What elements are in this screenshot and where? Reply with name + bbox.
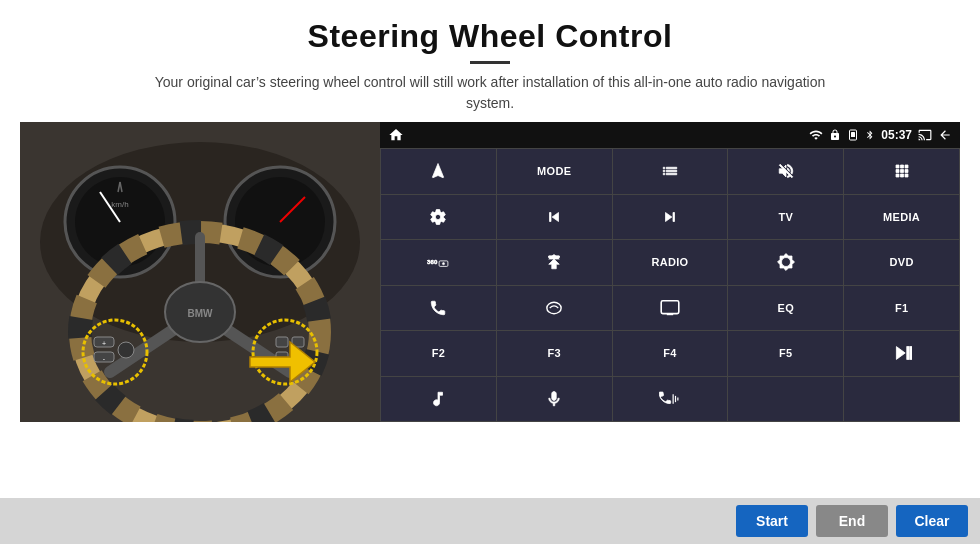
wifi-icon	[809, 128, 823, 142]
subtitle: Your original car’s steering wheel contr…	[140, 72, 840, 114]
cast-icon	[918, 128, 932, 142]
btn-f2[interactable]: F2	[381, 331, 496, 376]
svg-text:km/h: km/h	[111, 200, 128, 209]
btn-playpause[interactable]	[844, 331, 959, 376]
btn-dvd[interactable]: DVD	[844, 240, 959, 285]
end-button[interactable]: End	[816, 505, 888, 537]
svg-text:+: +	[102, 340, 106, 347]
start-button[interactable]: Start	[736, 505, 808, 537]
time-display: 05:37	[881, 128, 912, 142]
svg-rect-39	[910, 347, 912, 360]
btn-f4[interactable]: F4	[613, 331, 728, 376]
btn-f3[interactable]: F3	[497, 331, 612, 376]
btn-tv[interactable]: TV	[728, 195, 843, 240]
sim-icon	[847, 129, 859, 141]
btn-radio[interactable]: RADIO	[613, 240, 728, 285]
svg-text:360: 360	[427, 259, 438, 265]
btn-screen[interactable]	[613, 286, 728, 331]
btn-brightness[interactable]	[728, 240, 843, 285]
btn-mode[interactable]: MODE	[497, 149, 612, 194]
btn-media[interactable]: MEDIA	[844, 195, 959, 240]
device-panel: 05:37 MODE	[380, 122, 960, 422]
btn-volphone[interactable]	[613, 377, 728, 422]
btn-next[interactable]	[613, 195, 728, 240]
btn-mute[interactable]	[728, 149, 843, 194]
status-icons-right: 05:37	[809, 128, 952, 142]
btn-settings[interactable]	[381, 195, 496, 240]
svg-point-22	[118, 342, 134, 358]
bluetooth-icon	[865, 128, 875, 142]
steering-wheel-image: km/h BMW	[20, 122, 380, 422]
btn-list[interactable]	[613, 149, 728, 194]
btn-360[interactable]: 360	[381, 240, 496, 285]
status-bar: 05:37	[380, 122, 960, 148]
clear-button[interactable]: Clear	[896, 505, 968, 537]
button-grid: MODE TV	[380, 148, 960, 422]
btn-music[interactable]	[381, 377, 496, 422]
page-title: Steering Wheel Control	[20, 18, 960, 55]
lock-icon	[829, 129, 841, 141]
title-divider	[470, 61, 510, 64]
btn-r6c5[interactable]	[844, 377, 959, 422]
btn-eject[interactable]	[497, 240, 612, 285]
content-area: km/h BMW	[0, 122, 980, 498]
bottom-bar: Start End Clear	[0, 498, 980, 544]
btn-f1[interactable]: F1	[844, 286, 959, 331]
steering-wheel-svg: km/h BMW	[20, 122, 380, 422]
svg-rect-38	[906, 347, 908, 360]
btn-nav[interactable]	[381, 149, 496, 194]
header-section: Steering Wheel Control Your original car…	[0, 0, 980, 122]
back-icon	[938, 128, 952, 142]
svg-rect-30	[851, 132, 855, 137]
btn-r6c4[interactable]	[728, 377, 843, 422]
svg-marker-37	[896, 347, 905, 360]
btn-phone[interactable]	[381, 286, 496, 331]
btn-prev[interactable]	[497, 195, 612, 240]
svg-rect-35	[661, 301, 679, 314]
page-wrapper: Steering Wheel Control Your original car…	[0, 0, 980, 544]
btn-swipe[interactable]	[497, 286, 612, 331]
home-status-icon	[388, 127, 404, 143]
svg-point-33	[443, 263, 445, 265]
svg-text:BMW: BMW	[188, 308, 214, 319]
btn-apps[interactable]	[844, 149, 959, 194]
svg-rect-24	[276, 337, 288, 347]
svg-point-34	[547, 302, 561, 313]
btn-f5[interactable]: F5	[728, 331, 843, 376]
btn-mic[interactable]	[497, 377, 612, 422]
btn-eq[interactable]: EQ	[728, 286, 843, 331]
